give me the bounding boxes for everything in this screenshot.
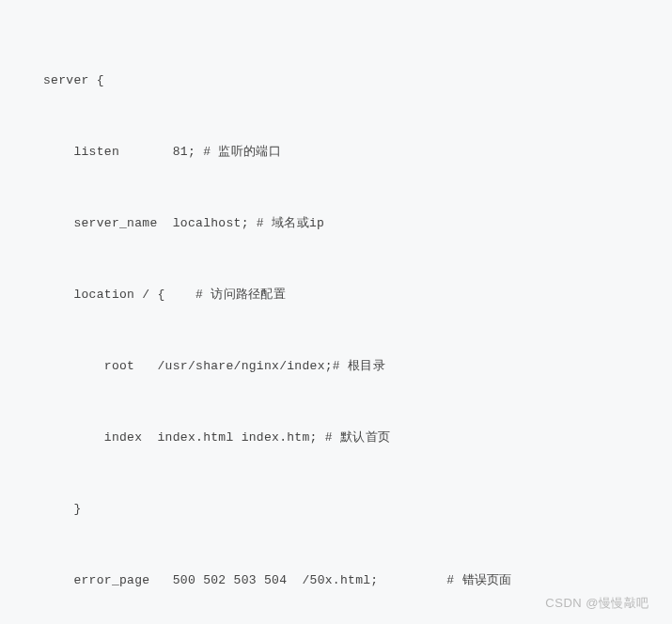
code-line: root /usr/share/nginx/index;# 根目录 — [43, 354, 672, 378]
watermark: CSDN @慢慢敲吧 — [545, 591, 649, 615]
code-line: index index.html index.htm; # 默认首页 — [43, 426, 672, 449]
code-line: server_name localhost; # 域名或ip — [43, 211, 672, 235]
code-line: } — [43, 497, 672, 521]
code-line: error_page 500 502 503 504 /50x.html; # … — [43, 569, 672, 592]
code-snippet: server { listen 81; # 监听的端口 server_name … — [0, 0, 672, 624]
code-line: server { — [43, 69, 672, 92]
code-line: location / { # 访问路径配置 — [43, 283, 672, 306]
code-line: listen 81; # 监听的端口 — [43, 140, 672, 164]
